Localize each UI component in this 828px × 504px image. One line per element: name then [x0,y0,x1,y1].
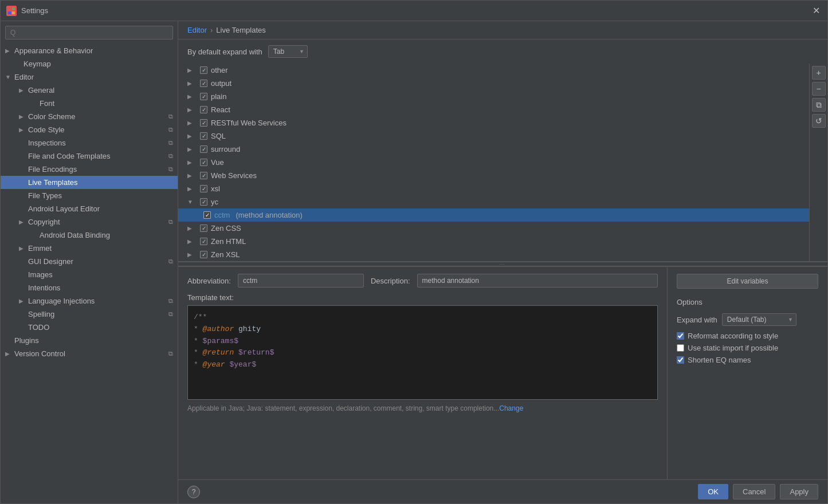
sidebar-label: Images [28,270,53,279]
sidebar-item-appearance[interactable]: Appearance & Behavior [1,44,178,57]
group-checkbox[interactable] [200,251,207,258]
group-header-zencss[interactable]: Zen CSS [178,222,809,235]
static-import-checkbox[interactable] [677,344,684,352]
sidebar-item-language-injections[interactable]: Language Injections ⧉ [1,294,178,308]
search-box [1,21,178,44]
sidebar-item-android-layout[interactable]: Android Layout Editor [1,202,178,215]
breadcrumb-editor[interactable]: Editor [187,26,207,34]
static-import-label: Use static import if possible [688,344,778,352]
group-header-zenhtml[interactable]: Zen HTML [178,235,809,248]
group-arrow-icon [187,199,194,205]
sidebar-item-font[interactable]: Font [1,97,178,110]
group-checkbox[interactable] [200,132,207,140]
group-checkbox[interactable] [200,185,207,192]
group-header-zenxsl[interactable]: Zen XSL [178,248,809,261]
group-checkbox[interactable] [200,80,207,87]
abbreviation-input[interactable] [238,274,364,288]
group-checkbox[interactable] [200,159,207,166]
apply-button[interactable]: Apply [780,484,818,499]
group-name: plain [211,92,226,101]
template-group-zencss: Zen CSS [178,222,809,235]
reformat-label: Reformat according to style [688,332,778,340]
group-header-sql[interactable]: SQL [178,129,809,143]
sidebar-label: File Encodings [28,165,77,174]
group-checkbox[interactable] [200,66,207,74]
template-group-zenxsl: Zen XSL [178,248,809,261]
sidebar-item-code-style[interactable]: Code Style ⧉ [1,123,178,136]
item-checkbox[interactable] [203,211,211,219]
options-title: Options [677,298,818,306]
group-header-plain[interactable]: plain [178,90,809,103]
template-abbr: cctm [214,211,230,219]
sidebar-item-file-code-templates[interactable]: File and Code Templates ⧉ [1,149,178,163]
group-checkbox[interactable] [200,225,207,232]
change-link[interactable]: Change [499,404,523,412]
group-checkbox[interactable] [200,145,207,153]
group-checkbox[interactable] [200,93,207,100]
sidebar-item-copyright[interactable]: Copyright ⧉ [1,215,178,229]
group-header-vue[interactable]: Vue [178,156,809,169]
sidebar-item-intentions[interactable]: Intentions [1,281,178,294]
template-group-output: output [178,77,809,90]
description-input[interactable] [417,274,658,288]
search-input[interactable] [5,26,173,40]
group-checkbox[interactable] [200,106,207,113]
group-checkbox[interactable] [200,198,207,206]
group-header-webservices[interactable]: Web Services [178,169,809,182]
resize-divider[interactable] [178,262,827,266]
cancel-button[interactable]: Cancel [733,484,775,499]
group-checkbox[interactable] [200,172,207,179]
template-group-sql: SQL [178,129,809,143]
group-arrow-icon [187,251,194,258]
group-header-output[interactable]: output [178,77,809,90]
options-panel: Edit variables Options Expand with Defau… [667,267,827,479]
sidebar-item-plugins[interactable]: Plugins [1,334,178,347]
template-item-cctm[interactable]: cctm (method annotation) [178,208,809,222]
restore-template-button[interactable]: ↺ [812,114,826,128]
sidebar-item-general[interactable]: General [1,84,178,97]
sidebar-item-version-control[interactable]: Version Control ⧉ [1,347,178,360]
sidebar-item-file-types[interactable]: File Types [1,189,178,202]
copy-template-button[interactable]: ⧉ [812,98,826,112]
group-checkbox[interactable] [200,119,207,127]
sidebar-item-gui-designer[interactable]: GUI Designer ⧉ [1,255,178,268]
static-import-row: Use static import if possible [677,344,818,352]
sidebar-label: Intentions [28,284,60,292]
code-line-3: * $params$ [194,336,652,348]
group-checkbox[interactable] [200,238,207,245]
sidebar-item-color-scheme[interactable]: Color Scheme ⧉ [1,110,178,123]
group-header-xsl[interactable]: xsl [178,182,809,195]
edit-variables-button[interactable]: Edit variables [677,274,818,289]
sidebar-item-emmet[interactable]: Emmet [1,242,178,255]
group-header-yc[interactable]: yc [178,195,809,208]
add-template-button[interactable]: + [812,66,826,80]
copy-icon: ⧉ [168,166,173,173]
sidebar-item-editor[interactable]: Editor [1,70,178,84]
sidebar-item-live-templates[interactable]: Live Templates [1,176,178,189]
sidebar-item-spelling[interactable]: Spelling ⧉ [1,308,178,321]
template-text-area[interactable]: /** * @author ghity * $params$ * @return… [187,305,658,400]
right-panel: Editor › Live Templates By default expan… [178,21,827,503]
group-header-restful[interactable]: RESTful Web Services [178,116,809,129]
help-button[interactable]: ? [187,486,200,498]
sidebar-item-android-data[interactable]: Android Data Binding [1,229,178,242]
shorten-eq-checkbox[interactable] [677,356,684,364]
group-header-surround[interactable]: surround [178,143,809,156]
expand-select[interactable]: Tab Enter Space [268,45,308,58]
expand-select-wrapper: Tab Enter Space [268,45,308,58]
remove-template-button[interactable]: − [812,82,826,96]
group-header-react[interactable]: React [178,103,809,116]
group-header-other[interactable]: other [178,64,809,77]
sidebar-item-todo[interactable]: TODO [1,321,178,334]
reformat-checkbox[interactable] [677,332,684,340]
arrow-icon [19,245,26,251]
close-button[interactable]: ✕ [810,5,822,16]
group-name: output [211,79,231,88]
sidebar-item-keymap[interactable]: Keymap [1,57,178,70]
sidebar-item-inspections[interactable]: Inspections ⧉ [1,136,178,149]
ok-button[interactable]: OK [698,484,728,499]
sidebar-item-images[interactable]: Images [1,268,178,281]
expand-with-select[interactable]: Default (Tab) Tab Enter Space [722,313,796,326]
template-group-zenhtml: Zen HTML [178,235,809,248]
sidebar-item-file-encodings[interactable]: File Encodings ⧉ [1,163,178,176]
